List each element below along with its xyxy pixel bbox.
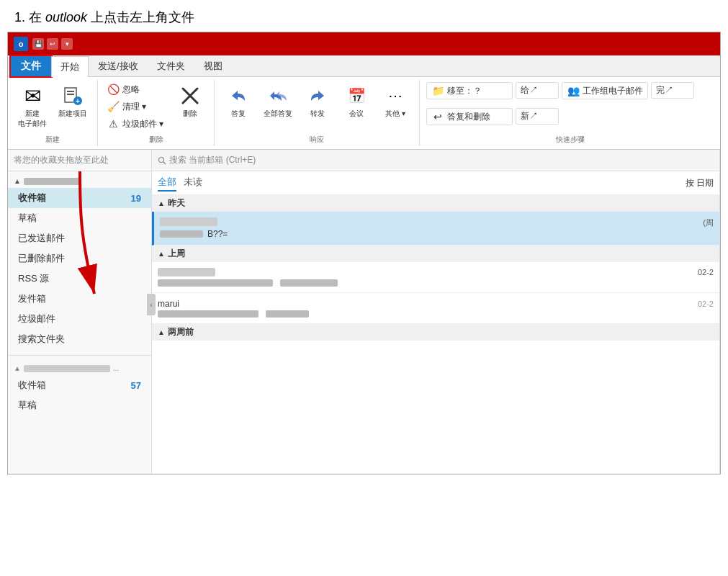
twoweeks-label: 两周前	[168, 326, 194, 338]
workgroup-button[interactable]: 👥 工作组电子邮件	[562, 82, 648, 99]
filter-tab-unread[interactable]: 未读	[184, 174, 202, 192]
email1-subject-text: B??=	[207, 229, 228, 239]
workgroup-icon: 👥	[567, 84, 580, 97]
new-email-label: 新建电子邮件	[18, 109, 47, 129]
tab-folder[interactable]: 文件夹	[148, 55, 194, 76]
reply-all-button[interactable]: 全部答复	[259, 81, 297, 122]
sidebar-item-junk[interactable]: 垃圾邮件	[8, 309, 151, 329]
junk-label: 垃圾邮件	[18, 312, 55, 325]
tab-file[interactable]: 文件	[11, 56, 51, 76]
account2-ellipsis: ...	[113, 364, 119, 372]
reply-all-icon	[266, 84, 289, 107]
inbox2-badge: 57	[131, 380, 141, 391]
quicksteps-group-label: 快速步骤	[556, 132, 585, 145]
email-item-2[interactable]: 02-2	[152, 262, 719, 293]
forward-button[interactable]: 转发	[300, 81, 336, 122]
title-bar-quick-access: 💾 ↩ ▾	[32, 38, 73, 50]
sidebar: 将您的收藏夹拖放至此处 ▲ 收件箱 19 草稿 已发送邮件 已删除邮件	[8, 150, 152, 474]
delete-group-label: 删除	[149, 132, 163, 145]
reply-button[interactable]: 答复	[220, 81, 256, 122]
email1-subject-blurred	[160, 230, 203, 238]
more-button[interactable]: ⋯ 其他 ▾	[377, 81, 413, 122]
more-icon: ⋯	[384, 84, 407, 107]
email1-date: (周	[703, 217, 714, 228]
delete-button[interactable]: 删除	[172, 81, 208, 122]
email2-row2	[158, 279, 714, 287]
inbox-badge: 19	[131, 193, 141, 204]
email-list: 搜索 当前邮箱 (Ctrl+E) 全部 未读 按 日期 ▲ 昨天 B??=	[152, 150, 720, 474]
junk-button[interactable]: ⚠ 垃圾邮件 ▾	[104, 116, 166, 132]
new-buttons: ✉ 新建电子邮件 + 新建项目	[14, 81, 91, 132]
meeting-label: 会议	[349, 109, 364, 119]
reply-delete-button[interactable]: ↩ 答复和删除	[426, 108, 513, 125]
reply-delete-icon: ↩	[431, 110, 444, 123]
email2-sender-blurred	[158, 268, 215, 276]
instruction-suffix: 上点击左上角文件	[87, 10, 194, 24]
sidebar-item-inbox[interactable]: 收件箱 19	[8, 188, 151, 208]
clean-icon: 🧹	[107, 100, 120, 113]
ribbon-content: ✉ 新建电子邮件 + 新建项目 新建	[8, 77, 720, 150]
sidebar-item-outbox[interactable]: 发件箱	[8, 289, 151, 309]
logo-letter: o	[19, 40, 24, 48]
account2-name-blurred	[24, 365, 110, 372]
account1-name-blurred	[24, 178, 81, 185]
sidebar-item-search-folder[interactable]: 搜索文件夹	[8, 329, 151, 349]
new-qs-label: 新↗	[521, 110, 538, 122]
to-whom-button[interactable]: 给↗	[516, 82, 559, 99]
sidebar-item-drafts[interactable]: 草稿	[8, 208, 151, 228]
move-to-button[interactable]: 📁 移至：？	[426, 82, 513, 99]
email-group-lastweek: ▲ 上周	[152, 246, 719, 262]
forward-label: 转发	[310, 109, 325, 119]
email1-sender-blurred	[160, 217, 217, 226]
ribbon-tabs: 文件 开始 发送/接收 文件夹 视图	[8, 55, 720, 77]
inbox-label: 收件箱	[18, 192, 46, 204]
filter-tab-all[interactable]: 全部	[158, 174, 176, 192]
sort-by-date[interactable]: 按 日期	[686, 177, 714, 189]
move-to-label: 移至：？	[447, 85, 482, 97]
new-qs-button[interactable]: 新↗	[516, 108, 559, 125]
sidebar-item-sent[interactable]: 已发送邮件	[8, 228, 151, 248]
dropdown-icon[interactable]: ▾	[61, 38, 73, 50]
email3-date: 02-2	[698, 300, 714, 308]
new-item-button[interactable]: + 新建项目	[54, 81, 91, 122]
ribbon-group-delete: 🚫 忽略 🧹 清理 ▾ ⚠ 垃圾邮件 ▾	[98, 80, 215, 146]
clean-button[interactable]: 🧹 清理 ▾	[104, 99, 166, 114]
junk-label: 垃圾邮件 ▾	[122, 118, 163, 130]
reply-label: 答复	[231, 109, 246, 119]
svg-line-9	[163, 162, 166, 164]
new-group-label: 新建	[45, 132, 60, 145]
tab-view[interactable]: 视图	[194, 55, 232, 76]
undo-icon[interactable]: ↩	[47, 38, 58, 50]
rss-label: RSS 源	[18, 272, 49, 285]
email-search-bar[interactable]: 搜索 当前邮箱 (Ctrl+E)	[152, 150, 719, 171]
sidebar-account1: ▲	[8, 174, 151, 188]
ribbon-group-quicksteps: 📁 移至：？ 给↗ 👥 工作组电子邮件 完↗ ↩ 答复和删除	[420, 80, 720, 146]
email3-row2	[158, 310, 714, 318]
save-icon[interactable]: 💾	[32, 38, 44, 50]
meeting-button[interactable]: 📅 会议	[338, 81, 374, 122]
quicksteps-buttons: 📁 移至：？ 给↗ 👥 工作组电子邮件 完↗ ↩ 答复和删除	[426, 81, 714, 132]
title-bar: o 💾 ↩ ▾	[8, 32, 720, 55]
ignore-button[interactable]: 🚫 忽略	[104, 81, 166, 97]
email3-subject2-blurred	[266, 310, 309, 318]
sidebar-item-rss[interactable]: RSS 源	[8, 269, 151, 289]
account2-arrow: ▲	[14, 364, 21, 372]
sidebar-item-deleted[interactable]: 已删除邮件	[8, 248, 151, 269]
email2-date: 02-2	[698, 268, 714, 276]
search-placeholder: 搜索 当前邮箱 (Ctrl+E)	[169, 154, 256, 166]
email-item-1[interactable]: B??= (周	[152, 212, 719, 246]
svg-point-8	[159, 157, 164, 162]
sidebar-divider	[8, 355, 151, 356]
tab-home[interactable]: 开始	[51, 56, 89, 77]
sidebar-item-drafts2[interactable]: 草稿	[8, 395, 151, 415]
clean-label: 清理 ▾	[122, 101, 146, 113]
sidebar-search-hint: 将您的收藏夹拖放至此处	[8, 150, 151, 171]
done-button[interactable]: 完↗	[651, 82, 694, 99]
workgroup-label: 工作组电子邮件	[583, 85, 643, 97]
new-email-button[interactable]: ✉ 新建电子邮件	[14, 81, 51, 132]
search-folder-label: 搜索文件夹	[18, 333, 65, 346]
sidebar-collapse-handle[interactable]: ‹	[147, 294, 156, 315]
tab-send-receive[interactable]: 发送/接收	[89, 55, 148, 76]
sidebar-item-inbox2[interactable]: 收件箱 57	[8, 375, 151, 395]
email-item-3[interactable]: marui 02-2	[152, 293, 719, 324]
